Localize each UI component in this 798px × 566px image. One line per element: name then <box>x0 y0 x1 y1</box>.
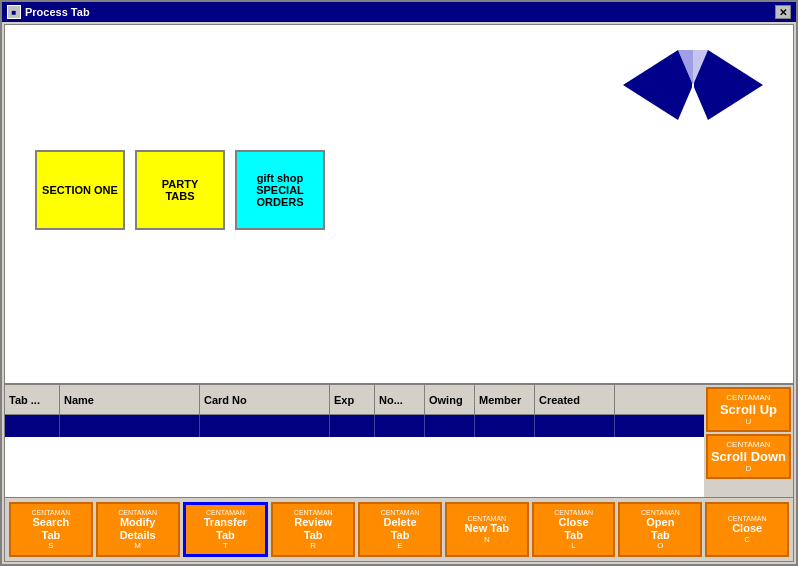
cell-no <box>375 415 425 437</box>
cell-exp <box>330 415 375 437</box>
table-container: Tab ... Name Card No Exp No... <box>5 385 704 497</box>
top-area: SECTION ONE PARTYTABS gift shopSPECIAL O… <box>5 25 793 383</box>
cell-name <box>60 415 200 437</box>
transfer-tab-button[interactable]: CENTAMAN TransferTab T <box>183 502 269 557</box>
col-header-no: No... <box>375 385 425 414</box>
scroll-up-button[interactable]: CENTAMAN Scroll Up U <box>706 387 791 432</box>
modify-details-button[interactable]: CENTAMAN ModifyDetails M <box>96 502 180 557</box>
cell-cardno <box>200 415 330 437</box>
window-icon: ■ <box>7 5 21 19</box>
main-window: ■ Process Tab ✕ <box>0 0 798 566</box>
cell-tab <box>5 415 60 437</box>
tabs-area: SECTION ONE PARTYTABS gift shopSPECIAL O… <box>15 140 783 240</box>
open-tab-button[interactable]: CENTAMAN OpenTab O <box>618 502 702 557</box>
col-header-member: Member <box>475 385 535 414</box>
cell-owing <box>425 415 475 437</box>
table-with-scroll: Tab ... Name Card No Exp No... <box>5 385 793 497</box>
col-header-name: Name <box>60 385 200 414</box>
tab-gift-shop[interactable]: gift shopSPECIAL ORDERS <box>235 150 325 230</box>
close-button[interactable]: CENTAMAN Close C <box>705 502 789 557</box>
col-header-exp: Exp <box>330 385 375 414</box>
scroll-buttons: CENTAMAN Scroll Up U CENTAMAN Scroll Dow… <box>704 385 793 497</box>
table-row[interactable] <box>5 415 704 437</box>
title-bar: ■ Process Tab ✕ <box>2 2 796 22</box>
table-section: Tab ... Name Card No Exp No... <box>5 385 793 497</box>
table-header: Tab ... Name Card No Exp No... <box>5 385 704 415</box>
cell-created <box>535 415 615 437</box>
window-title: Process Tab <box>25 6 90 18</box>
logo-area <box>15 35 783 135</box>
action-bar: CENTAMAN SearchTab S CENTAMAN ModifyDeta… <box>5 497 793 561</box>
col-header-owing: Owing <box>425 385 475 414</box>
col-header-cardno: Card No <box>200 385 330 414</box>
col-header-tab: Tab ... <box>5 385 60 414</box>
review-tab-button[interactable]: CENTAMAN ReviewTab R <box>271 502 355 557</box>
diamond-logo <box>623 45 763 125</box>
main-content: SECTION ONE PARTYTABS gift shopSPECIAL O… <box>4 24 794 562</box>
close-window-button[interactable]: ✕ <box>775 5 791 19</box>
table-empty-area <box>5 437 704 497</box>
table-rows <box>5 415 704 497</box>
cell-member <box>475 415 535 437</box>
close-tab-button[interactable]: CENTAMAN CloseTab L <box>532 502 616 557</box>
col-header-created: Created <box>535 385 615 414</box>
search-tab-button[interactable]: CENTAMAN SearchTab S <box>9 502 93 557</box>
tab-party-tabs[interactable]: PARTYTABS <box>135 150 225 230</box>
tab-section-one[interactable]: SECTION ONE <box>35 150 125 230</box>
scroll-down-button[interactable]: CENTAMAN Scroll Down D <box>706 434 791 479</box>
new-tab-button[interactable]: CENTAMAN New Tab N <box>445 502 529 557</box>
delete-tab-button[interactable]: CENTAMAN DeleteTab E <box>358 502 442 557</box>
empty-space <box>15 240 783 280</box>
